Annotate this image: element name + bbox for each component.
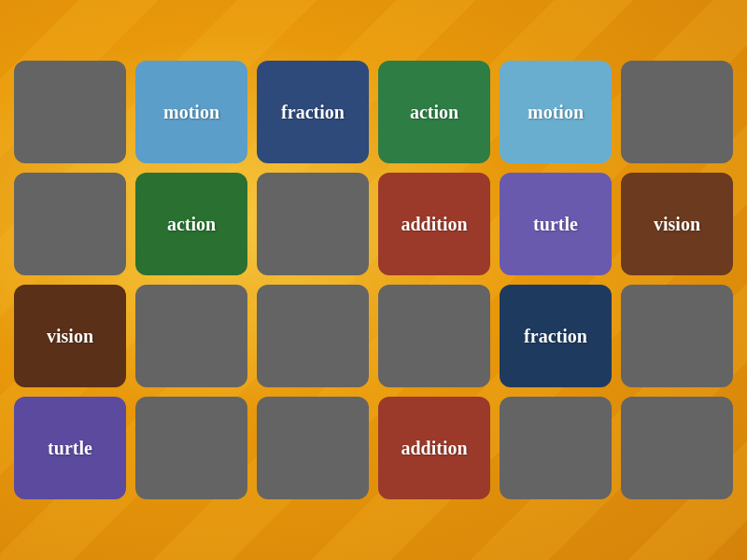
card-label-r3c0: turtle — [48, 438, 92, 459]
card-label-r0c3: action — [410, 102, 458, 123]
card-r1c1[interactable]: action — [135, 173, 247, 275]
card-r1c4[interactable]: turtle — [500, 173, 612, 275]
card-label-r1c5: vision — [654, 214, 700, 235]
card-r0c0[interactable] — [14, 61, 126, 163]
card-label-r2c0: vision — [47, 326, 93, 347]
card-r3c2[interactable] — [257, 397, 369, 499]
card-r3c5[interactable] — [621, 397, 733, 499]
card-label-r1c4: turtle — [533, 214, 578, 235]
card-r0c5[interactable] — [621, 61, 733, 163]
card-r1c2[interactable] — [257, 173, 369, 275]
card-r3c1[interactable] — [135, 397, 247, 499]
card-r3c0[interactable]: turtle — [14, 397, 126, 499]
card-label-r0c2: fraction — [281, 102, 345, 123]
card-r1c0[interactable] — [14, 173, 126, 275]
card-r0c3[interactable]: action — [378, 61, 490, 163]
card-r2c2[interactable] — [257, 285, 369, 387]
card-r1c3[interactable]: addition — [378, 173, 490, 275]
card-label-r0c1: motion — [163, 102, 219, 123]
card-label-r3c3: addition — [401, 438, 467, 459]
card-r0c4[interactable]: motion — [500, 61, 612, 163]
card-grid: motionfractionactionmotionactionaddition… — [14, 61, 733, 499]
card-r0c1[interactable]: motion — [135, 61, 247, 163]
card-label-r1c1: action — [167, 214, 216, 235]
card-r3c3[interactable]: addition — [378, 397, 490, 499]
card-r3c4[interactable] — [500, 397, 612, 499]
card-label-r2c4: fraction — [524, 326, 587, 347]
card-r2c3[interactable] — [378, 285, 490, 387]
card-label-r0c4: motion — [528, 102, 584, 123]
card-r2c4[interactable]: fraction — [500, 285, 612, 387]
card-r2c0[interactable]: vision — [14, 285, 126, 387]
card-r1c5[interactable]: vision — [621, 173, 733, 275]
card-label-r1c3: addition — [401, 214, 467, 235]
card-r2c1[interactable] — [135, 285, 247, 387]
card-r0c2[interactable]: fraction — [257, 61, 369, 163]
card-r2c5[interactable] — [621, 285, 733, 387]
